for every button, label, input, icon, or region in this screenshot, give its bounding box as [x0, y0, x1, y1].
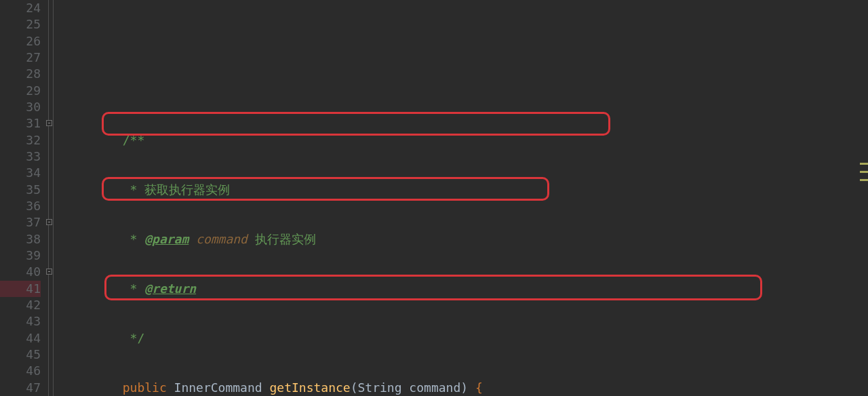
minimap-mark	[860, 163, 868, 165]
line-number[interactable]: 30	[0, 99, 41, 115]
code-line[interactable]: public InnerCommand getInstance(String c…	[64, 380, 868, 396]
line-number[interactable]: 27	[0, 50, 41, 66]
line-number[interactable]: 40	[0, 264, 41, 280]
fold-strip	[46, 0, 58, 396]
line-number[interactable]: 25	[0, 16, 41, 33]
line-number[interactable]: 43	[0, 313, 41, 330]
code-line[interactable]: * @param command 执行器实例	[64, 231, 868, 248]
line-number[interactable]: 38	[0, 231, 41, 248]
code-line[interactable]: /**	[64, 132, 868, 148]
line-number[interactable]: 35	[0, 182, 41, 198]
minimap-mark	[860, 171, 868, 173]
line-number[interactable]: 28	[0, 66, 41, 82]
line-number[interactable]: 36	[0, 198, 41, 214]
line-number[interactable]: 24	[0, 0, 41, 16]
code-area[interactable]: /** * 获取执行器实例 * @param command 执行器实例 * @…	[58, 0, 868, 396]
line-number[interactable]: 47	[0, 380, 41, 396]
gutter: 2425262728293031323334353637383940414243…	[0, 0, 46, 396]
fold-toggle-icon[interactable]	[46, 269, 52, 275]
minimap-mark	[860, 179, 868, 181]
code-line[interactable]: */	[64, 330, 868, 346]
code-line[interactable]: * @return	[64, 281, 868, 297]
line-number[interactable]: 37	[0, 214, 41, 231]
fold-toggle-icon[interactable]	[46, 120, 52, 126]
line-number[interactable]: 42	[0, 297, 41, 313]
line-number[interactable]: 29	[0, 83, 41, 99]
code-line[interactable]: * 获取执行器实例	[64, 182, 868, 198]
line-number[interactable]: 34	[0, 165, 41, 181]
line-number[interactable]: 45	[0, 346, 41, 363]
line-number[interactable]: 46	[0, 363, 41, 379]
line-number[interactable]: 41	[0, 281, 41, 297]
line-number[interactable]: 44	[0, 330, 41, 346]
line-number[interactable]: 33	[0, 148, 41, 165]
line-number[interactable]: 32	[0, 132, 41, 148]
fold-toggle-icon[interactable]	[46, 219, 52, 225]
line-number[interactable]: 39	[0, 248, 41, 264]
line-number[interactable]: 31	[0, 115, 41, 132]
code-editor[interactable]: 2425262728293031323334353637383940414243…	[0, 0, 868, 396]
minimap-scrollbar[interactable]	[859, 0, 868, 396]
line-number[interactable]: 26	[0, 33, 41, 50]
